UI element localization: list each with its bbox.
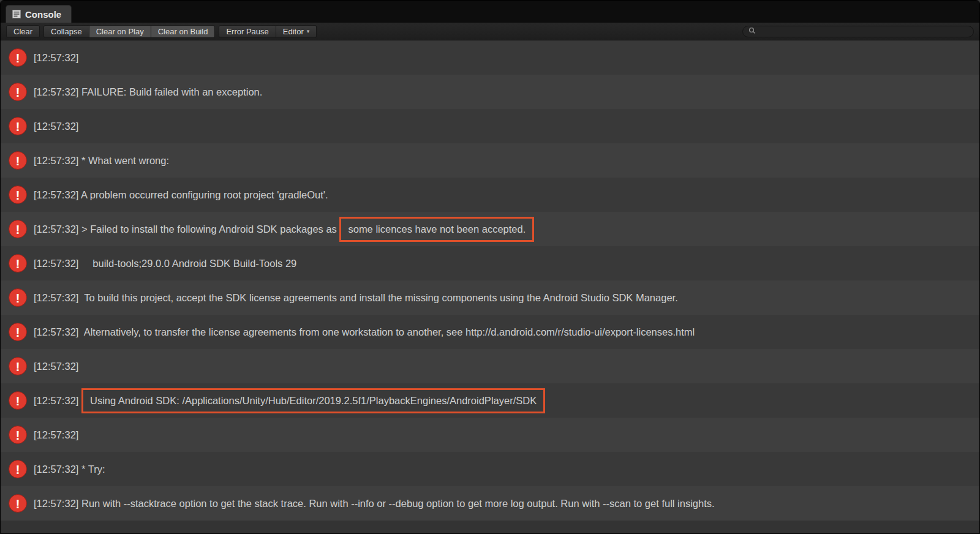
log-line: [12:57:32]: [34, 121, 78, 132]
error-icon: !: [9, 357, 27, 375]
console-toolbar: Clear Collapse Clear on Play Clear on Bu…: [1, 23, 979, 40]
console-row[interactable]: ! [12:57:32] * What went wrong:: [1, 143, 979, 178]
highlight-annotation: Using Android SDK: /Applications/Unity/H…: [81, 388, 545, 413]
console-row[interactable]: ! [12:57:32] FAILURE: Build failed with …: [1, 75, 979, 109]
log-line: [12:57:32] * What went wrong:: [34, 155, 169, 167]
log-line: [12:57:32] FAILURE: Build failed with an…: [34, 86, 262, 98]
log-segment: build-tools;29.0.0 Android SDK Build-Too…: [78, 258, 296, 269]
error-icon: !: [9, 288, 27, 307]
log-line: [12:57:32] To build this project, accept…: [34, 292, 678, 304]
clear-on-build-toggle[interactable]: Clear on Build: [151, 25, 216, 38]
log-line: [12:57:32]: [34, 52, 78, 64]
log-timestamp: [12:57:32]: [34, 464, 78, 475]
log-line: [12:57:32] * Try:: [34, 464, 105, 475]
console-row[interactable]: ! [12:57:32] > Failed to install the fol…: [1, 212, 979, 246]
log-segment: * What went wrong:: [78, 155, 169, 167]
console-row[interactable]: ! [12:57:32]: [1, 418, 979, 452]
log-timestamp: [12:57:32]: [34, 292, 78, 304]
error-icon: !: [9, 391, 27, 410]
log-timestamp: [12:57:32]: [34, 155, 78, 167]
tab-strip: Console: [1, 1, 979, 23]
log-line: [12:57:32] > Failed to install the follo…: [34, 217, 534, 242]
log-segment: * Try:: [78, 464, 105, 475]
error-icon: !: [9, 426, 27, 444]
editor-dropdown-label: Editor: [283, 27, 304, 36]
error-icon: !: [9, 83, 27, 101]
console-row[interactable]: ! [12:57:32] To build this project, acce…: [1, 280, 979, 315]
log-segment: FAILURE: Build failed with an exception.: [78, 86, 262, 98]
log-segment: Alternatively, to transfer the license a…: [78, 326, 695, 338]
log-timestamp: [12:57:32]: [34, 429, 78, 441]
console-log-list: ! [12:57:32] ! [12:57:32] FAILURE: Build…: [1, 40, 979, 533]
editor-dropdown[interactable]: Editor ▾: [276, 25, 317, 38]
highlight-annotation: some licences have not been accepted.: [339, 217, 534, 242]
console-row[interactable]: ! [12:57:32] Alternatively, to transfer …: [1, 315, 979, 349]
toolbar-group-3: Error Pause Editor ▾: [219, 25, 317, 38]
search-box[interactable]: [742, 26, 974, 37]
console-row[interactable]: ! [12:57:32] A problem occurred configur…: [1, 178, 979, 212]
error-icon: !: [9, 48, 27, 67]
search-icon: [748, 26, 756, 37]
log-timestamp: [12:57:32]: [34, 395, 78, 407]
log-line: [12:57:32] Run with --stacktrace option …: [34, 498, 715, 510]
log-timestamp: [12:57:32]: [34, 498, 78, 510]
error-icon: !: [9, 460, 27, 478]
error-icon: !: [9, 254, 27, 273]
console-row[interactable]: ! [12:57:32] * Try:: [1, 452, 979, 486]
console-row[interactable]: ! [12:57:32]: [1, 40, 979, 75]
log-timestamp: [12:57:32]: [34, 189, 78, 201]
log-segment: To build this project, accept the SDK li…: [78, 292, 677, 304]
error-icon: !: [9, 151, 27, 170]
log-line: [12:57:32] A problem occurred configurin…: [34, 189, 328, 201]
error-icon: !: [9, 117, 27, 135]
log-timestamp: [12:57:32]: [34, 86, 78, 98]
error-icon: !: [9, 186, 27, 204]
log-timestamp: [12:57:32]: [34, 224, 78, 235]
log-line: [12:57:32]: [34, 429, 78, 441]
collapse-toggle[interactable]: Collapse: [43, 25, 89, 38]
error-pause-toggle[interactable]: Error Pause: [219, 25, 276, 38]
log-segment: Run with --stacktrace option to get the …: [78, 498, 714, 510]
log-segment: > Failed to install the following Androi…: [78, 224, 339, 235]
toolbar-group-2: Collapse Clear on Play Clear on Build: [43, 25, 215, 38]
error-icon: !: [9, 220, 27, 238]
console-search-input[interactable]: [759, 27, 968, 36]
log-timestamp: [12:57:32]: [34, 52, 78, 64]
console-row[interactable]: ! [12:57:32] Using Android SDK: /Applica…: [1, 383, 979, 418]
tab-label: Console: [25, 9, 61, 20]
console-icon: [12, 10, 21, 18]
console-row[interactable]: ! [12:57:32]: [1, 109, 979, 143]
log-timestamp: [12:57:32]: [34, 258, 78, 269]
log-line: [12:57:32] Alternatively, to transfer th…: [34, 326, 695, 338]
console-row[interactable]: ! [12:57:32] Run with --stacktrace optio…: [1, 486, 979, 521]
toolbar-group-1: Clear: [6, 25, 40, 38]
error-icon: !: [9, 323, 27, 341]
error-icon: !: [9, 494, 27, 513]
console-window: Console Clear Collapse Clear on Play Cle…: [0, 0, 980, 534]
log-line: [12:57:32]: [34, 361, 78, 372]
clear-button[interactable]: Clear: [6, 25, 40, 38]
log-line: [12:57:32] build-tools;29.0.0 Android SD…: [34, 258, 296, 269]
chevron-down-icon: ▾: [307, 28, 310, 34]
console-row[interactable]: ! [12:57:32]: [1, 349, 979, 383]
log-line: [12:57:32] Using Android SDK: /Applicati…: [34, 388, 545, 413]
log-segment: A problem occurred configuring root proj…: [78, 189, 328, 201]
log-timestamp: [12:57:32]: [34, 326, 78, 338]
console-row[interactable]: ! [12:57:32] build-tools;29.0.0 Android …: [1, 246, 979, 280]
log-timestamp: [12:57:32]: [34, 361, 78, 372]
clear-on-play-toggle[interactable]: Clear on Play: [89, 25, 151, 38]
log-timestamp: [12:57:32]: [34, 121, 78, 132]
tab-console[interactable]: Console: [6, 5, 72, 23]
